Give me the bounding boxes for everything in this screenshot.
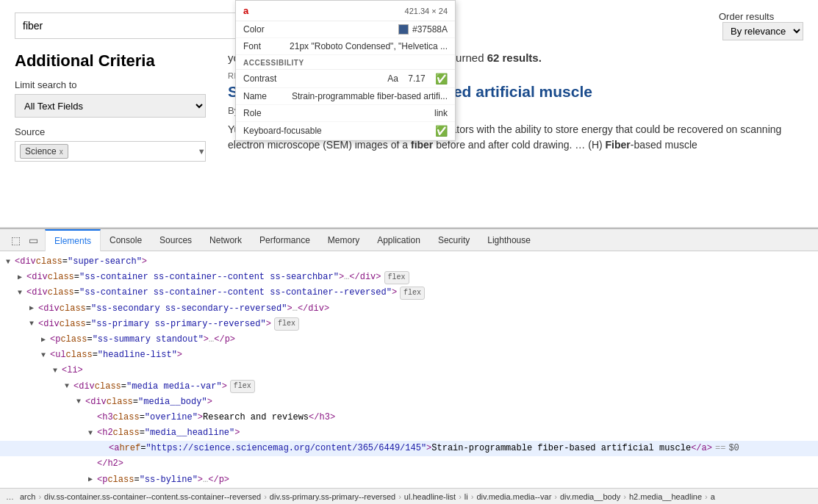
source-input[interactable] (71, 146, 195, 157)
tab-security[interactable]: Security (429, 229, 478, 251)
breadcrumb-headline-list[interactable]: ul.headline-list (404, 492, 456, 501)
tooltip-contrast-row: Contrast Aa 7.17 ✅ (236, 70, 455, 88)
code-line[interactable]: ▼ <div class="media__body"> (0, 395, 818, 410)
breadcrumb-ss-container[interactable]: div.ss-container.ss-container--content.s… (44, 492, 261, 501)
tab-lighthouse[interactable]: Lighthouse (478, 229, 539, 251)
code-line[interactable]: ▼ <ul class="headline-list"> (0, 348, 818, 363)
additional-criteria-title: Additional Criteria (15, 51, 213, 71)
breadcrumb-media[interactable]: div.media.media--var (476, 492, 551, 501)
order-results-label: Order results By relevance (719, 11, 803, 40)
breadcrumb-a[interactable]: a (711, 492, 715, 501)
source-tag-text: Science (25, 146, 57, 156)
keyboard-check-icon: ✅ (435, 125, 448, 137)
breadcrumb-bar: … arch › div.ss-container.ss-container--… (0, 488, 818, 504)
source-tag-row: Science x ▼ (15, 141, 206, 162)
tab-application[interactable]: Application (368, 229, 429, 251)
tab-network[interactable]: Network (201, 229, 251, 251)
tooltip-accessibility-header: ACCESSIBILITY (236, 55, 455, 70)
tab-memory[interactable]: Memory (319, 229, 368, 251)
code-line[interactable]: ▶ <div class="ss-container ss-container-… (0, 270, 818, 285)
tab-sources[interactable]: Sources (151, 229, 201, 251)
devtools-panel: ⬚ ▭ Elements Console Sources Network Per… (0, 228, 818, 504)
devtools-icon-group: ⬚ ▭ (4, 234, 45, 246)
source-label: Source (15, 126, 213, 137)
tooltip-name-row: Name Strain-programmable fiber-based art… (236, 88, 455, 105)
code-line[interactable]: ▼ <div class="media media--var"> flex (0, 379, 818, 395)
tooltip-keyboard-row: Keyboard-focusable ✅ (236, 122, 455, 140)
tooltip-header: a 421.34 × 24 (236, 1, 455, 21)
limit-label: Limit search to (15, 79, 213, 90)
tooltip-dimensions: 421.34 × 24 (405, 7, 448, 15)
tooltip-role-row: Role link (236, 105, 455, 122)
tab-console[interactable]: Console (101, 229, 151, 251)
element-tooltip: a 421.34 × 24 Color #37588A Font 21px "R… (235, 0, 456, 141)
code-line[interactable]: ▶ <div class="ss-secondary ss-secondary-… (0, 301, 818, 317)
code-line-selected[interactable]: <a href="https://science.sciencemag.org/… (0, 441, 818, 456)
tooltip-font-row: Font 21px "Roboto Condensed", "Helvetica… (236, 38, 455, 55)
source-tag-remove[interactable]: x (60, 148, 63, 156)
code-line[interactable]: ▼ <div class="ss-container ss-container-… (0, 285, 818, 300)
breadcrumb-media-body[interactable]: div.media__body (560, 492, 620, 501)
order-select[interactable]: By relevance (722, 22, 803, 40)
text-fields-select[interactable]: All Text Fields (15, 94, 206, 118)
code-line[interactable]: </h2> (0, 456, 818, 472)
breadcrumb-arch[interactable]: arch (20, 492, 35, 501)
contrast-check-icon: ✅ (435, 73, 448, 84)
tooltip-tag: a (243, 5, 248, 16)
source-dropdown-arrow-icon[interactable]: ▼ (198, 147, 206, 156)
code-line[interactable]: ▼ <div class="super-search"> (0, 254, 818, 270)
code-line[interactable]: ▶ <p class="ss-byline">…</p> (0, 472, 818, 488)
breadcrumb-ellipsis: … (6, 492, 14, 501)
code-line[interactable]: ▼ <div class="ss-primary ss-primary--rev… (0, 317, 818, 332)
code-line[interactable]: ▼ <li> (0, 363, 818, 378)
code-line[interactable]: <h3 class="overline">Research and review… (0, 410, 818, 425)
color-swatch (398, 24, 409, 35)
top-area: Order results By relevance Additional Cr… (0, 0, 818, 228)
device-icon[interactable]: ▭ (27, 234, 39, 246)
code-tree: ▼ <div class="super-search"> ▶ <div clas… (0, 251, 818, 488)
breadcrumb-li[interactable]: li (464, 492, 468, 501)
cursor-icon[interactable]: ⬚ (10, 234, 21, 246)
breadcrumb-ss-primary[interactable]: div.ss-primary.ss-primary--reversed (270, 492, 395, 501)
left-panel: Additional Criteria Limit search to All … (15, 51, 213, 162)
devtools-tabs: ⬚ ▭ Elements Console Sources Network Per… (0, 229, 818, 251)
code-line[interactable]: ▶ <p class="ss-summary standout">…</p> (0, 332, 818, 348)
breadcrumb-h2[interactable]: h2.media__headline (629, 492, 702, 501)
tab-performance[interactable]: Performance (251, 229, 319, 251)
tooltip-color-row: Color #37588A (236, 21, 455, 38)
source-tag: Science x (20, 144, 68, 159)
tab-elements[interactable]: Elements (45, 229, 101, 251)
code-line[interactable]: ▼ <h2 class="media__headline"> (0, 425, 818, 441)
